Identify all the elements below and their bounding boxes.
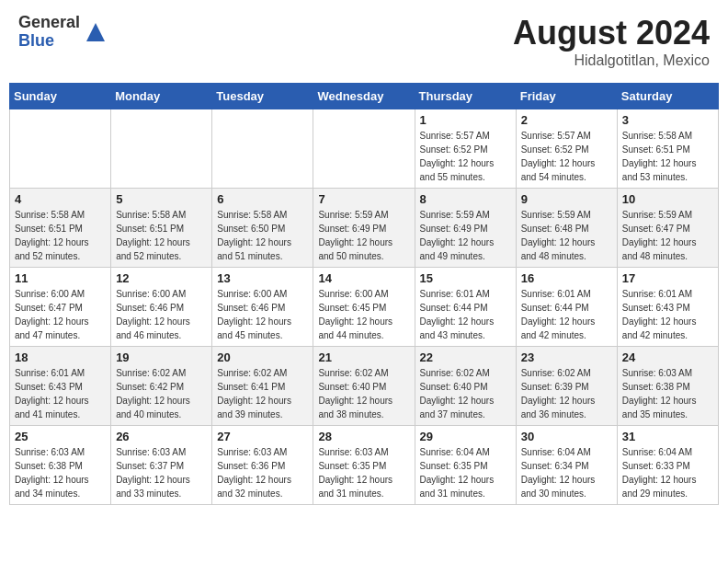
day-number: 15 [420,271,511,285]
calendar-day: 9Sunrise: 5:59 AM Sunset: 6:48 PM Daylig… [516,189,617,268]
calendar-day: 1Sunrise: 5:57 AM Sunset: 6:52 PM Daylig… [415,109,516,189]
day-header-friday: Friday [516,84,617,109]
day-info: Sunrise: 6:03 AM Sunset: 6:38 PM Dayligh… [622,366,713,421]
day-number: 9 [521,192,612,206]
day-info: Sunrise: 6:03 AM Sunset: 6:36 PM Dayligh… [217,445,308,500]
calendar-day: 27Sunrise: 6:03 AM Sunset: 6:36 PM Dayli… [212,426,313,505]
day-info: Sunrise: 5:58 AM Sunset: 6:50 PM Dayligh… [217,208,308,263]
day-number: 20 [217,350,308,364]
day-number: 26 [116,430,207,443]
logo: General Blue [18,14,109,51]
day-number: 12 [116,271,207,285]
calendar-day [10,109,111,189]
calendar-day: 4Sunrise: 5:58 AM Sunset: 6:51 PM Daylig… [10,189,111,268]
calendar-day: 29Sunrise: 6:04 AM Sunset: 6:35 PM Dayli… [415,426,516,505]
day-info: Sunrise: 5:59 AM Sunset: 6:49 PM Dayligh… [420,208,511,263]
calendar-day [111,109,212,189]
day-info: Sunrise: 6:03 AM Sunset: 6:37 PM Dayligh… [116,445,207,500]
calendar-day: 6Sunrise: 5:58 AM Sunset: 6:50 PM Daylig… [212,189,313,268]
day-number: 4 [15,192,106,206]
day-info: Sunrise: 6:01 AM Sunset: 6:43 PM Dayligh… [15,366,106,421]
day-info: Sunrise: 6:00 AM Sunset: 6:45 PM Dayligh… [318,287,409,342]
calendar-day: 31Sunrise: 6:04 AM Sunset: 6:33 PM Dayli… [617,426,718,505]
day-info: Sunrise: 6:00 AM Sunset: 6:47 PM Dayligh… [15,287,106,342]
calendar-day: 5Sunrise: 5:58 AM Sunset: 6:51 PM Daylig… [111,189,212,268]
day-header-saturday: Saturday [617,84,718,109]
calendar-week-1: 1Sunrise: 5:57 AM Sunset: 6:52 PM Daylig… [10,109,719,189]
day-info: Sunrise: 5:59 AM Sunset: 6:49 PM Dayligh… [318,208,409,263]
calendar-header-row: SundayMondayTuesdayWednesdayThursdayFrid… [10,84,719,109]
day-number: 3 [622,113,713,127]
day-number: 25 [15,430,106,443]
day-number: 18 [15,350,106,364]
calendar-day: 23Sunrise: 6:02 AM Sunset: 6:39 PM Dayli… [516,347,617,426]
day-number: 11 [15,271,106,285]
calendar-day: 2Sunrise: 5:57 AM Sunset: 6:52 PM Daylig… [516,109,617,189]
day-number: 1 [420,113,511,127]
day-info: Sunrise: 6:01 AM Sunset: 6:43 PM Dayligh… [622,287,713,342]
day-info: Sunrise: 6:04 AM Sunset: 6:33 PM Dayligh… [622,445,713,500]
day-info: Sunrise: 6:01 AM Sunset: 6:44 PM Dayligh… [521,287,612,342]
calendar-day: 12Sunrise: 6:00 AM Sunset: 6:46 PM Dayli… [111,268,212,347]
calendar-day: 18Sunrise: 6:01 AM Sunset: 6:43 PM Dayli… [10,347,111,426]
calendar-day: 28Sunrise: 6:03 AM Sunset: 6:35 PM Dayli… [313,426,415,505]
calendar-day: 8Sunrise: 5:59 AM Sunset: 6:49 PM Daylig… [415,189,516,268]
day-number: 19 [116,350,207,364]
day-header-sunday: Sunday [10,84,111,109]
calendar-week-4: 18Sunrise: 6:01 AM Sunset: 6:43 PM Dayli… [10,347,719,426]
day-info: Sunrise: 6:03 AM Sunset: 6:35 PM Dayligh… [318,445,409,500]
calendar-day: 10Sunrise: 5:59 AM Sunset: 6:47 PM Dayli… [617,189,718,268]
calendar-table: SundayMondayTuesdayWednesdayThursdayFrid… [9,83,719,505]
calendar-week-3: 11Sunrise: 6:00 AM Sunset: 6:47 PM Dayli… [10,268,719,347]
day-info: Sunrise: 6:00 AM Sunset: 6:46 PM Dayligh… [116,287,207,342]
calendar-day [313,109,415,189]
day-number: 2 [521,113,612,127]
day-info: Sunrise: 5:58 AM Sunset: 6:51 PM Dayligh… [15,208,106,263]
day-number: 30 [521,430,612,443]
calendar-title: August 2024 [513,14,710,52]
day-number: 28 [318,430,409,443]
calendar-day [212,109,313,189]
day-header-wednesday: Wednesday [313,84,415,109]
day-info: Sunrise: 6:01 AM Sunset: 6:44 PM Dayligh… [420,287,511,342]
title-block: August 2024 Hidalgotitlan, Mexico [513,14,710,69]
day-number: 29 [420,430,511,443]
day-info: Sunrise: 6:02 AM Sunset: 6:42 PM Dayligh… [116,366,207,421]
day-info: Sunrise: 6:02 AM Sunset: 6:39 PM Dayligh… [521,366,612,421]
calendar-day: 7Sunrise: 5:59 AM Sunset: 6:49 PM Daylig… [313,189,415,268]
day-header-thursday: Thursday [415,84,516,109]
calendar-day: 19Sunrise: 6:02 AM Sunset: 6:42 PM Dayli… [111,347,212,426]
calendar-day: 25Sunrise: 6:03 AM Sunset: 6:38 PM Dayli… [10,426,111,505]
day-number: 8 [420,192,511,206]
day-header-monday: Monday [111,84,212,109]
day-number: 24 [622,350,713,364]
calendar-day: 15Sunrise: 6:01 AM Sunset: 6:44 PM Dayli… [415,268,516,347]
day-number: 22 [420,350,511,364]
day-number: 23 [521,350,612,364]
day-number: 16 [521,271,612,285]
day-number: 27 [217,430,308,443]
calendar-day: 30Sunrise: 6:04 AM Sunset: 6:34 PM Dayli… [516,426,617,505]
logo-icon [82,18,109,46]
calendar-day: 22Sunrise: 6:02 AM Sunset: 6:40 PM Dayli… [415,347,516,426]
calendar-week-2: 4Sunrise: 5:58 AM Sunset: 6:51 PM Daylig… [10,189,719,268]
day-info: Sunrise: 6:04 AM Sunset: 6:34 PM Dayligh… [521,445,612,500]
day-info: Sunrise: 5:58 AM Sunset: 6:51 PM Dayligh… [622,129,713,184]
day-number: 5 [116,192,207,206]
day-info: Sunrise: 5:59 AM Sunset: 6:48 PM Dayligh… [521,208,612,263]
calendar-day: 3Sunrise: 5:58 AM Sunset: 6:51 PM Daylig… [617,109,718,189]
day-info: Sunrise: 6:00 AM Sunset: 6:46 PM Dayligh… [217,287,308,342]
svg-marker-0 [86,23,105,41]
calendar-day: 16Sunrise: 6:01 AM Sunset: 6:44 PM Dayli… [516,268,617,347]
day-header-tuesday: Tuesday [212,84,313,109]
day-number: 6 [217,192,308,206]
calendar-location: Hidalgotitlan, Mexico [513,52,710,69]
day-info: Sunrise: 6:04 AM Sunset: 6:35 PM Dayligh… [420,445,511,500]
page-header: General Blue August 2024 Hidalgotitlan, … [9,9,719,74]
calendar-day: 20Sunrise: 6:02 AM Sunset: 6:41 PM Dayli… [212,347,313,426]
day-info: Sunrise: 6:03 AM Sunset: 6:38 PM Dayligh… [15,445,106,500]
day-info: Sunrise: 6:02 AM Sunset: 6:40 PM Dayligh… [420,366,511,421]
day-number: 17 [622,271,713,285]
day-info: Sunrise: 6:02 AM Sunset: 6:40 PM Dayligh… [318,366,409,421]
day-info: Sunrise: 5:58 AM Sunset: 6:51 PM Dayligh… [116,208,207,263]
